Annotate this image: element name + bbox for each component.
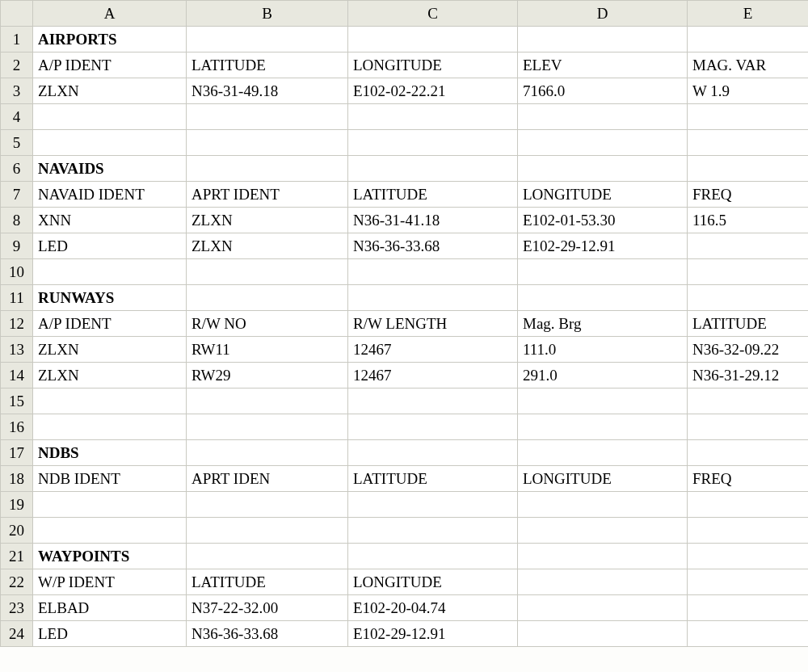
cell-D1[interactable]: [518, 27, 688, 52]
cell-D12[interactable]: Mag. Brg: [518, 311, 688, 337]
row-header[interactable]: 2: [1, 52, 33, 78]
cell-D14[interactable]: 291.0: [518, 363, 688, 388]
cell-A13[interactable]: ZLXN: [33, 337, 187, 363]
cell-E2[interactable]: MAG. VAR: [688, 52, 809, 78]
cell-B23[interactable]: N37-22-32.00: [187, 595, 348, 621]
cell-C2[interactable]: LONGITUDE: [348, 52, 518, 78]
cell-E12[interactable]: LATITUDE: [688, 311, 809, 337]
row-header[interactable]: 8: [1, 208, 33, 233]
cell-E15[interactable]: [688, 388, 809, 414]
cell-D2[interactable]: ELEV: [518, 52, 688, 78]
cell-C6[interactable]: [348, 156, 518, 182]
row-header[interactable]: 3: [1, 78, 33, 104]
cell-A15[interactable]: [33, 388, 187, 414]
column-header-a[interactable]: A: [33, 1, 187, 27]
cell-A8[interactable]: XNN: [33, 208, 187, 233]
cell-D22[interactable]: [518, 569, 688, 595]
cell-E5[interactable]: [688, 130, 809, 156]
select-all-corner[interactable]: [1, 1, 33, 27]
cell-E20[interactable]: [688, 518, 809, 544]
cell-E10[interactable]: [688, 259, 809, 285]
cell-E8[interactable]: 116.5: [688, 208, 809, 233]
row-header[interactable]: 6: [1, 156, 33, 182]
column-header-d[interactable]: D: [518, 1, 688, 27]
row-header[interactable]: 17: [1, 440, 33, 466]
cell-B5[interactable]: [187, 130, 348, 156]
cell-B10[interactable]: [187, 259, 348, 285]
column-header-e[interactable]: E: [688, 1, 809, 27]
cell-D19[interactable]: [518, 492, 688, 518]
cell-C17[interactable]: [348, 440, 518, 466]
cell-A21[interactable]: WAYPOINTS: [33, 544, 187, 569]
cell-B19[interactable]: [187, 492, 348, 518]
cell-D11[interactable]: [518, 285, 688, 311]
cell-B8[interactable]: ZLXN: [187, 208, 348, 233]
cell-D8[interactable]: E102-01-53.30: [518, 208, 688, 233]
cell-E14[interactable]: N36-31-29.12: [688, 363, 809, 388]
cell-B7[interactable]: APRT IDENT: [187, 182, 348, 208]
cell-D7[interactable]: LONGITUDE: [518, 182, 688, 208]
cell-D17[interactable]: [518, 440, 688, 466]
row-header[interactable]: 5: [1, 130, 33, 156]
row-header[interactable]: 15: [1, 388, 33, 414]
row-header[interactable]: 23: [1, 595, 33, 621]
cell-E19[interactable]: [688, 492, 809, 518]
cell-E23[interactable]: [688, 595, 809, 621]
row-header[interactable]: 20: [1, 518, 33, 544]
cell-C23[interactable]: E102-20-04.74: [348, 595, 518, 621]
cell-A7[interactable]: NAVAID IDENT: [33, 182, 187, 208]
cell-D20[interactable]: [518, 518, 688, 544]
cell-A18[interactable]: NDB IDENT: [33, 466, 187, 492]
cell-E22[interactable]: [688, 569, 809, 595]
cell-A1[interactable]: AIRPORTS: [33, 27, 187, 52]
cell-D21[interactable]: [518, 544, 688, 569]
cell-C4[interactable]: [348, 104, 518, 130]
cell-E18[interactable]: FREQ: [688, 466, 809, 492]
cell-C7[interactable]: LATITUDE: [348, 182, 518, 208]
cell-A16[interactable]: [33, 414, 187, 440]
cell-A19[interactable]: [33, 492, 187, 518]
cell-A6[interactable]: NAVAIDS: [33, 156, 187, 182]
cell-D4[interactable]: [518, 104, 688, 130]
cell-C10[interactable]: [348, 259, 518, 285]
cell-B20[interactable]: [187, 518, 348, 544]
cell-A3[interactable]: ZLXN: [33, 78, 187, 104]
cell-B15[interactable]: [187, 388, 348, 414]
cell-A23[interactable]: ELBAD: [33, 595, 187, 621]
cell-C8[interactable]: N36-31-41.18: [348, 208, 518, 233]
cell-E3[interactable]: W 1.9: [688, 78, 809, 104]
cell-C13[interactable]: 12467: [348, 337, 518, 363]
cell-A22[interactable]: W/P IDENT: [33, 569, 187, 595]
cell-A10[interactable]: [33, 259, 187, 285]
cell-C19[interactable]: [348, 492, 518, 518]
cell-B22[interactable]: LATITUDE: [187, 569, 348, 595]
row-header[interactable]: 21: [1, 544, 33, 569]
cell-A20[interactable]: [33, 518, 187, 544]
cell-C20[interactable]: [348, 518, 518, 544]
cell-E16[interactable]: [688, 414, 809, 440]
column-header-b[interactable]: B: [187, 1, 348, 27]
cell-D18[interactable]: LONGITUDE: [518, 466, 688, 492]
row-header[interactable]: 14: [1, 363, 33, 388]
cell-B6[interactable]: [187, 156, 348, 182]
column-header-c[interactable]: C: [348, 1, 518, 27]
cell-E7[interactable]: FREQ: [688, 182, 809, 208]
cell-C22[interactable]: LONGITUDE: [348, 569, 518, 595]
cell-D24[interactable]: [518, 621, 688, 647]
cell-E6[interactable]: [688, 156, 809, 182]
cell-D5[interactable]: [518, 130, 688, 156]
cell-C18[interactable]: LATITUDE: [348, 466, 518, 492]
row-header[interactable]: 1: [1, 27, 33, 52]
cell-B3[interactable]: N36-31-49.18: [187, 78, 348, 104]
cell-B12[interactable]: R/W NO: [187, 311, 348, 337]
cell-B1[interactable]: [187, 27, 348, 52]
cell-C14[interactable]: 12467: [348, 363, 518, 388]
cell-C3[interactable]: E102-02-22.21: [348, 78, 518, 104]
cell-D16[interactable]: [518, 414, 688, 440]
cell-E9[interactable]: [688, 233, 809, 259]
cell-A9[interactable]: LED: [33, 233, 187, 259]
cell-C24[interactable]: E102-29-12.91: [348, 621, 518, 647]
cell-E21[interactable]: [688, 544, 809, 569]
cell-A12[interactable]: A/P IDENT: [33, 311, 187, 337]
row-header[interactable]: 16: [1, 414, 33, 440]
